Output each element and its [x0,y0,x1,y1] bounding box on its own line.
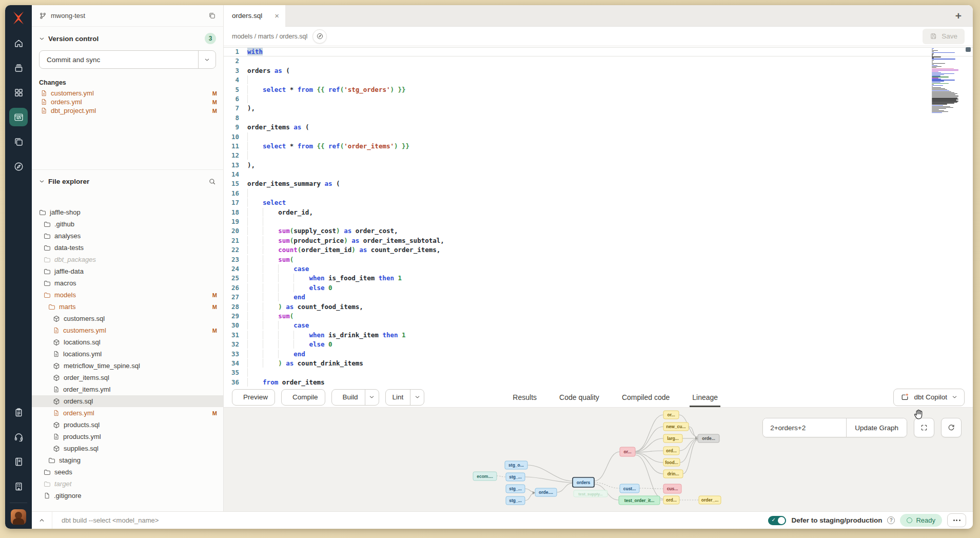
code-line[interactable]: 29sum( [224,312,973,321]
lineage-node-cust[interactable]: cust... [620,484,639,493]
code-line[interactable]: 10 [224,132,973,142]
code-line[interactable]: 25when is_food_item then 1 [224,274,973,283]
refresh-icon[interactable] [941,418,962,437]
tree-item--gitignore[interactable]: .gitignore [32,490,223,502]
code-line[interactable]: 19 [224,217,973,226]
dbt-logo-icon[interactable] [11,10,26,26]
chevron-down-icon[interactable] [39,179,45,184]
build-options-caret[interactable] [365,390,379,405]
commit-options-caret[interactable] [198,51,215,68]
lineage-node-stg[interactable]: stg_... [506,473,525,481]
tree-item-customers-sql[interactable]: customers.sql [32,313,223,324]
code-line[interactable]: 5select * from {{ ref('stg_orders') }} [224,85,973,94]
code-line[interactable]: 35 [224,368,973,377]
code-line[interactable]: 28) as count_food_items, [224,302,973,312]
code-line[interactable]: 17select [224,198,973,207]
tree-item-supplies-sql[interactable]: supplies.sql [32,443,223,454]
tree-item-products-yml[interactable]: products.yml [32,431,223,443]
build-button[interactable]: Build [331,389,379,406]
code-line[interactable]: 34) as count_drink_items [224,359,973,368]
tree-item-metricflow-time-spine-sql[interactable]: metricflow_time_spine.sql [32,360,223,372]
code-line[interactable]: 14 [224,170,973,179]
lint-button[interactable]: Lint [385,389,425,406]
tree-item-order-items-sql[interactable]: order_items.sql [32,372,223,383]
rail-jobs-icon[interactable] [9,59,28,77]
tree-item-staging[interactable]: staging [32,454,223,466]
compile-button[interactable]: Compile [281,389,325,406]
dbt-copilot-button[interactable]: dbt Copilot [893,389,965,406]
tree-item-marts[interactable]: martsM [32,301,223,313]
tree-item-seeds[interactable]: seeds [32,466,223,478]
lineage-node-ord[interactable]: ord... [663,447,679,455]
tree-item-locations-sql[interactable]: locations.sql [32,336,223,348]
code-line[interactable]: 6 [224,94,973,104]
lineage-node-drin[interactable]: drin... [663,470,683,478]
tree-item-orders-yml[interactable]: orders.ymlM [32,407,223,419]
rail-home-icon[interactable] [9,34,28,52]
tab-code-quality[interactable]: Code quality [559,387,599,407]
code-line[interactable]: 3orders as ( [224,66,973,75]
code-line[interactable]: 4 [224,75,973,85]
tree-item-order-items-yml[interactable]: order_items.yml [32,383,223,395]
lineage-node-ord[interactable]: ord... [663,496,679,504]
defer-toggle[interactable] [768,516,786,525]
tree-item-products-sql[interactable]: products.sql [32,419,223,431]
lineage-node-stg[interactable]: stg_... [506,496,525,505]
lineage-node-larg[interactable]: larg... [663,434,682,443]
tree-item-customers-yml[interactable]: customers.ymlM [32,324,223,336]
lineage-node-newcu[interactable]: new_cu... [663,422,689,431]
code-line[interactable]: 23sum( [224,255,973,264]
tab-lineage[interactable]: Lineage [692,387,718,407]
tree-item-jaffle-shop[interactable]: jaffle-shop [32,206,223,218]
rail-develop-icon[interactable] [9,108,28,126]
code-line[interactable]: 32else 0 [224,340,973,349]
tree-item-jaffle-data[interactable]: jaffle-data [32,265,223,277]
save-button[interactable]: Save [923,29,965,44]
expand-panel-caret-icon[interactable] [32,512,52,529]
new-tab-button[interactable]: + [955,10,962,22]
lineage-node-testsupply[interactable]: test_supply... [574,490,607,497]
tab-results[interactable]: Results [513,387,537,407]
lineage-selector-input[interactable] [763,418,846,437]
lineage-node-stgo[interactable]: stg_o... [505,461,527,469]
code-line[interactable]: 21sum(product_price) as order_items_subt… [224,236,973,245]
branch-name[interactable]: mwong-test [51,12,85,20]
code-line[interactable]: 11select * from {{ ref('order_items') }} [224,142,973,151]
lint-options-caret[interactable] [410,390,424,405]
copy-icon[interactable] [208,12,216,20]
rail-organization-icon[interactable] [9,477,28,495]
code-line[interactable]: 16 [224,189,973,198]
code-line[interactable]: 12 [224,151,973,160]
code-line[interactable]: 20sum(supply_cost) as order_cost, [224,226,973,236]
lineage-node-cus[interactable]: cus... [663,484,681,493]
lineage-node-or[interactable]: or... [663,411,679,419]
tree-item-data-tests[interactable]: data-tests [32,242,223,254]
user-avatar[interactable] [11,509,26,525]
code-line[interactable]: 26else 0 [224,283,973,293]
rail-clipboard-icon[interactable] [9,403,28,421]
command-input[interactable]: dbt build --select <model_name> [52,516,159,524]
code-line[interactable]: 8 [224,113,973,123]
chevron-down-icon[interactable] [39,36,45,42]
tree-item-macros[interactable]: macros [32,277,223,289]
code-line[interactable]: 30case [224,321,973,330]
lineage-node-food[interactable]: food... [663,458,680,466]
code-editor[interactable]: 1with23orders as (45select * from {{ ref… [224,46,973,387]
code-line[interactable]: 27end [224,293,973,302]
tree-item--github[interactable]: .github [32,218,223,230]
lineage-node-orde[interactable]: orde... [698,434,719,443]
rail-apps-icon[interactable] [9,83,28,102]
tree-item-dbt-packages[interactable]: dbt_packages [32,254,223,265]
changed-file[interactable]: customers.ymlM [32,89,223,98]
lineage-node-orde[interactable]: orde.... [535,488,557,496]
tree-item-orders-sql[interactable]: orders.sql [32,395,223,407]
code-line[interactable]: 36from order_items [224,378,973,387]
code-line[interactable]: 1with [224,47,973,56]
tab-orders-sql[interactable]: orders.sql × [224,5,285,27]
commit-and-sync-button[interactable]: Commit and sync [39,50,216,69]
tab-close-icon[interactable]: × [275,12,279,20]
tree-item-locations-yml[interactable]: locations.yml [32,348,223,360]
lineage-node-or[interactable]: or... [620,447,635,456]
code-line[interactable]: 31when is_drink_item then 1 [224,331,973,340]
compass-icon[interactable] [312,29,327,44]
